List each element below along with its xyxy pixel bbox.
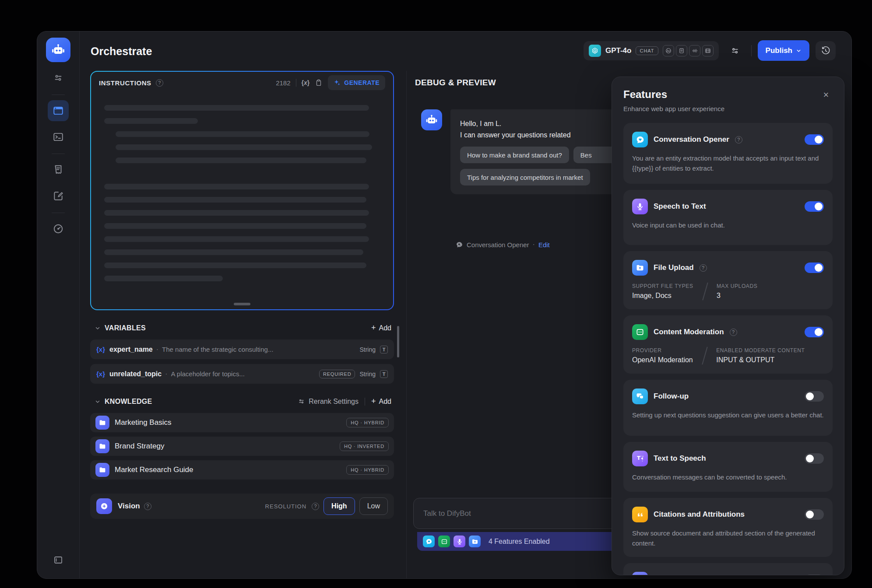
suggested-question-chip[interactable]: How to make a brand stand out? [460, 147, 569, 163]
vision-title: Vision [118, 502, 140, 511]
knowledge-row[interactable]: Market Research Guide HQ · HYBRID [90, 460, 394, 480]
help-icon[interactable] [312, 503, 319, 510]
content-moderation-toggle[interactable] [805, 327, 824, 337]
speech-to-text-toggle[interactable] [805, 201, 824, 212]
skeleton-line [116, 144, 372, 150]
follow-up-icon [632, 388, 648, 404]
openai-logo-icon [589, 45, 601, 57]
sidebar-divider [52, 213, 65, 213]
sidebar-item-terminal[interactable] [48, 126, 69, 147]
scrollbar-thumb[interactable] [397, 326, 399, 357]
generate-button[interactable]: GENERATE [328, 75, 385, 90]
column-label: SUPPORT FILE TYPES [632, 283, 693, 289]
resolution-high-button[interactable]: High [323, 497, 355, 515]
features-enabled-label: 4 Features Enabled [489, 538, 550, 546]
sidebar-divider [52, 94, 65, 95]
insert-variable-button[interactable]: {x} [302, 79, 310, 86]
app-logo[interactable] [46, 38, 70, 62]
variables-title: VARIABLES [105, 324, 146, 332]
instructions-card: INSTRUCTIONS 2182 {x} GENERATE [90, 71, 394, 310]
feature-description: Conversation messages can be converted t… [632, 472, 824, 482]
sidebar-item-orchestrate-settings[interactable] [48, 67, 69, 88]
file-upload-toggle[interactable] [805, 262, 824, 273]
sidebar-item-app-preview[interactable] [48, 100, 69, 121]
feature-title: Follow-up [654, 392, 689, 401]
collapse-sidebar-button[interactable] [48, 550, 69, 570]
page-title: Orchestrate [91, 45, 152, 58]
file-upload-icon [632, 260, 648, 276]
generate-label: GENERATE [344, 79, 380, 86]
column-label: ENABLED MODERATE CONTENT [716, 347, 805, 354]
variable-row[interactable]: expert_name · The name of the strategic … [90, 340, 394, 359]
publish-button[interactable]: Publish [758, 40, 809, 61]
dot-separator: · [533, 241, 535, 248]
required-badge: REQUIRED [319, 370, 355, 378]
history-clock-icon [821, 46, 830, 56]
variable-icon [96, 346, 105, 353]
feature-card-file-upload: File Upload SUPPORT FILE TYPES Image, Do… [623, 251, 833, 309]
model-settings-button[interactable] [725, 41, 745, 60]
help-icon[interactable] [700, 264, 707, 272]
follow-up-toggle[interactable] [805, 391, 824, 402]
chevron-down-icon[interactable] [95, 399, 101, 405]
folder-icon [95, 439, 109, 453]
dot-separator: · [165, 370, 167, 378]
conversation-opener-icon [423, 536, 435, 547]
help-icon[interactable] [156, 79, 163, 87]
variable-row[interactable]: unrelated_topic · A placeholder for topi… [90, 364, 394, 384]
copy-clipboard-button[interactable] [315, 79, 323, 87]
slash-divider [702, 283, 708, 301]
robot-icon [425, 113, 438, 126]
skeleton-line [104, 223, 366, 229]
resize-handle[interactable] [234, 303, 250, 305]
feature-card-conversation-opener: Conversation Opener You are an entity ex… [623, 123, 833, 184]
column-value: 3 [717, 292, 757, 300]
knowledge-title: KNOWLEDGE [105, 398, 152, 406]
feature-card-speech-to-text: Speech to Text Voice input can be used i… [623, 190, 833, 245]
features-panel: Features × Enhance web app user experien… [612, 77, 844, 575]
gauge-icon [53, 223, 64, 234]
terminal-icon [53, 131, 64, 143]
column-label: MAX UPLOADS [717, 283, 757, 289]
resolution-low-button[interactable]: Low [359, 497, 388, 515]
knowledge-badge: HQ · HYBRID [346, 418, 389, 427]
sidebar-item-monitoring[interactable] [48, 218, 69, 239]
rerank-settings-button[interactable]: Rerank Settings [298, 398, 359, 406]
variable-icon [96, 370, 105, 378]
skeleton-line [104, 197, 366, 203]
add-knowledge-button[interactable]: +Add [371, 397, 391, 406]
skeleton-line [104, 118, 198, 124]
version-history-button[interactable] [816, 41, 836, 60]
knowledge-badge: HQ · INVERTED [340, 441, 389, 451]
chat-bubble-icon [456, 241, 463, 248]
knowledge-name: Brand Strategy [115, 442, 164, 451]
divider [296, 79, 296, 87]
edit-opener-link[interactable]: Edit [538, 241, 550, 248]
model-selector[interactable]: GPT-4o CHAT [584, 41, 719, 60]
text-to-speech-toggle[interactable] [805, 453, 824, 464]
annotation-reply-toggle[interactable] [805, 574, 824, 575]
knowledge-row[interactable]: Brand Strategy HQ · INVERTED [90, 437, 394, 456]
help-icon[interactable] [144, 503, 151, 510]
feature-description: You are an entity extraction model that … [632, 153, 824, 173]
instructions-title: INSTRUCTIONS [99, 79, 151, 87]
sidebar-item-annotations[interactable] [48, 186, 69, 206]
variable-type: String [359, 371, 376, 378]
variable-description: The name of the strategic consulting... [162, 346, 273, 353]
close-icon[interactable]: × [819, 88, 833, 102]
help-icon[interactable] [735, 136, 742, 144]
citations-toggle[interactable] [805, 509, 824, 520]
add-label: Add [379, 398, 391, 406]
suggested-question-chip[interactable]: Tips for analyzing competitors in market [460, 169, 590, 186]
chevron-down-icon[interactable] [95, 325, 101, 331]
help-icon[interactable] [730, 329, 737, 336]
sliders-icon [298, 398, 305, 405]
knowledge-row[interactable]: Marketing Basics HQ · HYBRID [90, 413, 394, 432]
model-name: GPT-4o [605, 46, 632, 55]
knowledge-badge: HQ · HYBRID [346, 465, 389, 475]
sidebar-item-logs[interactable] [48, 159, 69, 180]
features-title: Features [623, 88, 667, 101]
skeleton-line [104, 262, 366, 268]
add-variable-button[interactable]: +Add [371, 323, 391, 332]
conversation-opener-toggle[interactable] [805, 134, 824, 145]
